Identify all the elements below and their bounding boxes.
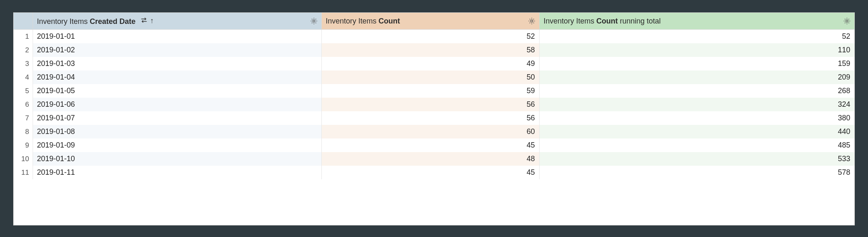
cell-running-total[interactable]: 578 bbox=[539, 166, 854, 179]
cell-running-total[interactable]: 52 bbox=[539, 30, 854, 44]
sort-indicator: ↑ bbox=[140, 16, 154, 25]
cell-created-date[interactable]: 2019-01-01 bbox=[33, 30, 321, 44]
cell-count[interactable]: 56 bbox=[321, 111, 539, 125]
cell-running-total[interactable]: 110 bbox=[539, 43, 854, 57]
cell-count[interactable]: 49 bbox=[321, 57, 539, 70]
cell-running-total[interactable]: 209 bbox=[539, 70, 854, 84]
table-row[interactable]: 102019-01-1048533 bbox=[14, 152, 854, 166]
table-row[interactable]: 62019-01-0656324 bbox=[14, 98, 854, 111]
table-row[interactable]: 92019-01-0945485 bbox=[14, 138, 854, 152]
header-rownum bbox=[14, 13, 33, 30]
gear-icon[interactable] bbox=[843, 17, 851, 25]
header-count[interactable]: Inventory Items Count bbox=[321, 13, 539, 30]
row-number: 8 bbox=[14, 125, 33, 138]
cell-created-date[interactable]: 2019-01-09 bbox=[33, 138, 321, 152]
gear-icon[interactable] bbox=[310, 17, 318, 25]
cell-count[interactable]: 50 bbox=[321, 70, 539, 84]
cell-count[interactable]: 45 bbox=[321, 166, 539, 179]
sort-asc-icon: ↑ bbox=[150, 17, 154, 24]
table-row[interactable]: 72019-01-0756380 bbox=[14, 111, 854, 125]
table-row[interactable]: 82019-01-0860440 bbox=[14, 125, 854, 138]
pivot-icon bbox=[140, 16, 148, 25]
table-body: 12019-01-01525222019-01-025811032019-01-… bbox=[14, 30, 854, 180]
cell-created-date[interactable]: 2019-01-03 bbox=[33, 57, 321, 70]
header-running-total-label: Inventory Items Count running total bbox=[544, 17, 661, 25]
cell-count[interactable]: 52 bbox=[321, 30, 539, 44]
cell-count[interactable]: 48 bbox=[321, 152, 539, 166]
table-row[interactable]: 42019-01-0450209 bbox=[14, 70, 854, 84]
svg-point-3 bbox=[531, 20, 533, 22]
header-created-date[interactable]: Inventory Items Created Date bbox=[33, 13, 321, 30]
table-row[interactable]: 52019-01-0559268 bbox=[14, 84, 854, 98]
cell-count[interactable]: 59 bbox=[321, 84, 539, 98]
cell-created-date[interactable]: 2019-01-04 bbox=[33, 70, 321, 84]
row-number: 3 bbox=[14, 57, 33, 70]
table-row[interactable]: 22019-01-0258110 bbox=[14, 43, 854, 57]
row-number: 1 bbox=[14, 30, 33, 44]
cell-count[interactable]: 45 bbox=[321, 138, 539, 152]
svg-point-4 bbox=[846, 20, 848, 22]
cell-running-total[interactable]: 380 bbox=[539, 111, 854, 125]
cell-running-total[interactable]: 485 bbox=[539, 138, 854, 152]
row-number: 7 bbox=[14, 111, 33, 125]
cell-running-total[interactable]: 268 bbox=[539, 84, 854, 98]
cell-created-date[interactable]: 2019-01-11 bbox=[33, 166, 321, 179]
header-count-label: Inventory Items Count bbox=[326, 17, 400, 25]
table-row[interactable]: 32019-01-0349159 bbox=[14, 57, 854, 70]
row-number: 6 bbox=[14, 98, 33, 111]
cell-running-total[interactable]: 324 bbox=[539, 98, 854, 111]
svg-point-2 bbox=[313, 20, 315, 22]
header-created-date-label: Inventory Items Created Date bbox=[37, 17, 138, 26]
header-running-total[interactable]: Inventory Items Count running total bbox=[539, 13, 854, 30]
row-number: 5 bbox=[14, 84, 33, 98]
cell-count[interactable]: 60 bbox=[321, 125, 539, 138]
cell-created-date[interactable]: 2019-01-07 bbox=[33, 111, 321, 125]
cell-running-total[interactable]: 159 bbox=[539, 57, 854, 70]
cell-created-date[interactable]: 2019-01-05 bbox=[33, 84, 321, 98]
cell-created-date[interactable]: 2019-01-10 bbox=[33, 152, 321, 166]
gear-icon[interactable] bbox=[528, 17, 536, 25]
table-header-row: Inventory Items Created Date bbox=[14, 13, 854, 30]
cell-created-date[interactable]: 2019-01-02 bbox=[33, 43, 321, 57]
row-number: 2 bbox=[14, 43, 33, 57]
cell-running-total[interactable]: 533 bbox=[539, 152, 854, 166]
row-number: 10 bbox=[14, 152, 33, 166]
cell-count[interactable]: 56 bbox=[321, 98, 539, 111]
row-number: 11 bbox=[14, 166, 33, 179]
table-row[interactable]: 12019-01-015252 bbox=[14, 30, 854, 44]
row-number: 9 bbox=[14, 138, 33, 152]
cell-created-date[interactable]: 2019-01-06 bbox=[33, 98, 321, 111]
data-table: Inventory Items Created Date bbox=[13, 12, 855, 225]
row-number: 4 bbox=[14, 70, 33, 84]
cell-running-total[interactable]: 440 bbox=[539, 125, 854, 138]
table-row[interactable]: 112019-01-1145578 bbox=[14, 166, 854, 179]
cell-created-date[interactable]: 2019-01-08 bbox=[33, 125, 321, 138]
cell-count[interactable]: 58 bbox=[321, 43, 539, 57]
